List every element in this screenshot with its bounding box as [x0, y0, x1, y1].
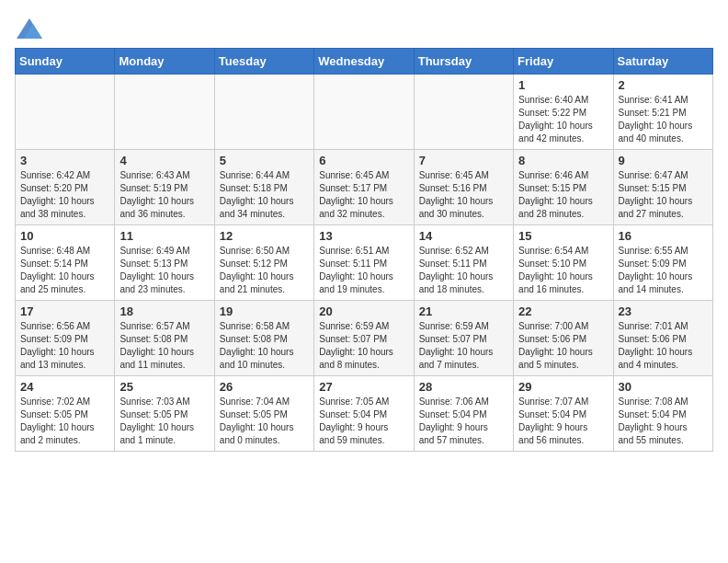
calendar-cell: 30Sunrise: 7:08 AM Sunset: 5:04 PM Dayli…: [613, 376, 712, 452]
day-info: Sunrise: 7:00 AM Sunset: 5:06 PM Dayligh…: [518, 320, 608, 372]
calendar-cell: 14Sunrise: 6:52 AM Sunset: 5:11 PM Dayli…: [414, 225, 513, 301]
day-number: 3: [20, 154, 109, 167]
weekday-header-sunday: Sunday: [16, 49, 115, 75]
day-number: 2: [619, 78, 708, 92]
day-info: Sunrise: 6:59 AM Sunset: 5:07 PM Dayligh…: [419, 320, 508, 372]
calendar-cell: 20Sunrise: 6:59 AM Sunset: 5:07 PM Dayli…: [314, 301, 414, 376]
calendar-cell: 10Sunrise: 6:48 AM Sunset: 5:14 PM Dayli…: [16, 225, 115, 301]
calendar-cell: 16Sunrise: 6:55 AM Sunset: 5:09 PM Dayli…: [613, 225, 712, 301]
day-info: Sunrise: 7:04 AM Sunset: 5:05 PM Dayligh…: [220, 396, 309, 447]
calendar-cell: 2Sunrise: 6:41 AM Sunset: 5:21 PM Daylig…: [613, 75, 712, 150]
day-number: 22: [518, 304, 608, 318]
day-number: 6: [319, 154, 408, 167]
calendar-cell: 6Sunrise: 6:45 AM Sunset: 5:17 PM Daylig…: [314, 150, 414, 225]
day-number: 18: [119, 304, 209, 318]
day-number: 8: [518, 154, 608, 167]
day-number: 16: [619, 229, 708, 243]
weekday-header-wednesday: Wednesday: [314, 49, 414, 75]
calendar-cell: 29Sunrise: 7:07 AM Sunset: 5:04 PM Dayli…: [514, 376, 613, 452]
calendar-cell: 13Sunrise: 6:51 AM Sunset: 5:11 PM Dayli…: [314, 225, 414, 301]
calendar-cell: 1Sunrise: 6:40 AM Sunset: 5:22 PM Daylig…: [514, 75, 613, 150]
day-info: Sunrise: 6:40 AM Sunset: 5:22 PM Dayligh…: [518, 94, 608, 145]
day-number: 24: [20, 380, 109, 394]
day-info: Sunrise: 6:49 AM Sunset: 5:13 PM Dayligh…: [119, 245, 209, 296]
calendar-cell: 11Sunrise: 6:49 AM Sunset: 5:13 PM Dayli…: [115, 225, 214, 301]
day-info: Sunrise: 7:02 AM Sunset: 5:05 PM Dayligh…: [20, 396, 109, 447]
weekday-header-thursday: Thursday: [414, 49, 513, 75]
logo: [15, 18, 42, 39]
calendar-cell: 27Sunrise: 7:05 AM Sunset: 5:04 PM Dayli…: [314, 376, 414, 452]
calendar-cell: 4Sunrise: 6:43 AM Sunset: 5:19 PM Daylig…: [115, 150, 214, 225]
calendar-cell: 19Sunrise: 6:58 AM Sunset: 5:08 PM Dayli…: [214, 301, 313, 376]
day-number: 4: [119, 154, 209, 167]
day-info: Sunrise: 6:43 AM Sunset: 5:19 PM Dayligh…: [119, 169, 209, 221]
calendar-cell: 3Sunrise: 6:42 AM Sunset: 5:20 PM Daylig…: [16, 150, 115, 225]
calendar-cell: 25Sunrise: 7:03 AM Sunset: 5:05 PM Dayli…: [115, 376, 214, 452]
calendar-cell: [314, 75, 414, 150]
day-number: 20: [319, 304, 408, 318]
calendar-header-row: SundayMondayTuesdayWednesdayThursdayFrid…: [16, 49, 713, 75]
calendar-week-1: 1Sunrise: 6:40 AM Sunset: 5:22 PM Daylig…: [16, 75, 713, 150]
weekday-header-saturday: Saturday: [613, 49, 712, 75]
page-header: [15, 15, 713, 39]
day-number: 13: [319, 229, 408, 243]
calendar-cell: 24Sunrise: 7:02 AM Sunset: 5:05 PM Dayli…: [16, 376, 115, 452]
day-info: Sunrise: 7:06 AM Sunset: 5:04 PM Dayligh…: [419, 396, 508, 447]
calendar-cell: 7Sunrise: 6:45 AM Sunset: 5:16 PM Daylig…: [414, 150, 513, 225]
day-info: Sunrise: 6:58 AM Sunset: 5:08 PM Dayligh…: [220, 320, 309, 372]
day-info: Sunrise: 6:45 AM Sunset: 5:17 PM Dayligh…: [319, 169, 408, 221]
day-info: Sunrise: 7:01 AM Sunset: 5:06 PM Dayligh…: [619, 320, 708, 372]
day-number: 15: [518, 229, 608, 243]
day-number: 17: [20, 304, 109, 318]
calendar-cell: [115, 75, 214, 150]
day-number: 29: [518, 380, 608, 394]
calendar-cell: [414, 75, 513, 150]
day-number: 19: [220, 304, 309, 318]
calendar-cell: 28Sunrise: 7:06 AM Sunset: 5:04 PM Dayli…: [414, 376, 513, 452]
day-number: 10: [20, 229, 109, 243]
calendar-week-4: 17Sunrise: 6:56 AM Sunset: 5:09 PM Dayli…: [16, 301, 713, 376]
calendar-cell: [16, 75, 115, 150]
day-number: 21: [419, 304, 508, 318]
calendar-table: SundayMondayTuesdayWednesdayThursdayFrid…: [15, 48, 713, 452]
day-info: Sunrise: 6:51 AM Sunset: 5:11 PM Dayligh…: [319, 245, 408, 296]
day-number: 26: [220, 380, 309, 394]
day-number: 9: [619, 154, 708, 167]
day-info: Sunrise: 7:05 AM Sunset: 5:04 PM Dayligh…: [319, 396, 408, 447]
weekday-header-monday: Monday: [115, 49, 214, 75]
day-info: Sunrise: 6:41 AM Sunset: 5:21 PM Dayligh…: [619, 94, 708, 145]
day-info: Sunrise: 6:45 AM Sunset: 5:16 PM Dayligh…: [419, 169, 508, 221]
day-number: 27: [319, 380, 408, 394]
day-info: Sunrise: 7:03 AM Sunset: 5:05 PM Dayligh…: [119, 396, 209, 447]
calendar-cell: 22Sunrise: 7:00 AM Sunset: 5:06 PM Dayli…: [514, 301, 613, 376]
calendar-cell: 9Sunrise: 6:47 AM Sunset: 5:15 PM Daylig…: [613, 150, 712, 225]
day-info: Sunrise: 6:44 AM Sunset: 5:18 PM Dayligh…: [220, 169, 309, 221]
day-info: Sunrise: 7:08 AM Sunset: 5:04 PM Dayligh…: [619, 396, 708, 447]
day-number: 30: [619, 380, 708, 394]
day-number: 23: [619, 304, 708, 318]
calendar-cell: 21Sunrise: 6:59 AM Sunset: 5:07 PM Dayli…: [414, 301, 513, 376]
calendar-cell: 26Sunrise: 7:04 AM Sunset: 5:05 PM Dayli…: [214, 376, 313, 452]
calendar-cell: 12Sunrise: 6:50 AM Sunset: 5:12 PM Dayli…: [214, 225, 313, 301]
calendar-week-3: 10Sunrise: 6:48 AM Sunset: 5:14 PM Dayli…: [16, 225, 713, 301]
day-number: 5: [220, 154, 309, 167]
calendar-week-2: 3Sunrise: 6:42 AM Sunset: 5:20 PM Daylig…: [16, 150, 713, 225]
day-info: Sunrise: 6:57 AM Sunset: 5:08 PM Dayligh…: [119, 320, 209, 372]
calendar-cell: [214, 75, 313, 150]
day-info: Sunrise: 6:59 AM Sunset: 5:07 PM Dayligh…: [319, 320, 408, 372]
day-info: Sunrise: 6:56 AM Sunset: 5:09 PM Dayligh…: [20, 320, 109, 372]
day-number: 11: [119, 229, 209, 243]
calendar-cell: 5Sunrise: 6:44 AM Sunset: 5:18 PM Daylig…: [214, 150, 313, 225]
calendar-cell: 23Sunrise: 7:01 AM Sunset: 5:06 PM Dayli…: [613, 301, 712, 376]
day-info: Sunrise: 6:46 AM Sunset: 5:15 PM Dayligh…: [518, 169, 608, 221]
day-info: Sunrise: 6:48 AM Sunset: 5:14 PM Dayligh…: [20, 245, 109, 296]
day-number: 25: [119, 380, 209, 394]
day-number: 28: [419, 380, 508, 394]
day-info: Sunrise: 6:54 AM Sunset: 5:10 PM Dayligh…: [518, 245, 608, 296]
day-info: Sunrise: 6:55 AM Sunset: 5:09 PM Dayligh…: [619, 245, 708, 296]
day-info: Sunrise: 6:47 AM Sunset: 5:15 PM Dayligh…: [619, 169, 708, 221]
calendar-cell: 17Sunrise: 6:56 AM Sunset: 5:09 PM Dayli…: [16, 301, 115, 376]
calendar-cell: 18Sunrise: 6:57 AM Sunset: 5:08 PM Dayli…: [115, 301, 214, 376]
day-number: 14: [419, 229, 508, 243]
day-number: 12: [220, 229, 309, 243]
